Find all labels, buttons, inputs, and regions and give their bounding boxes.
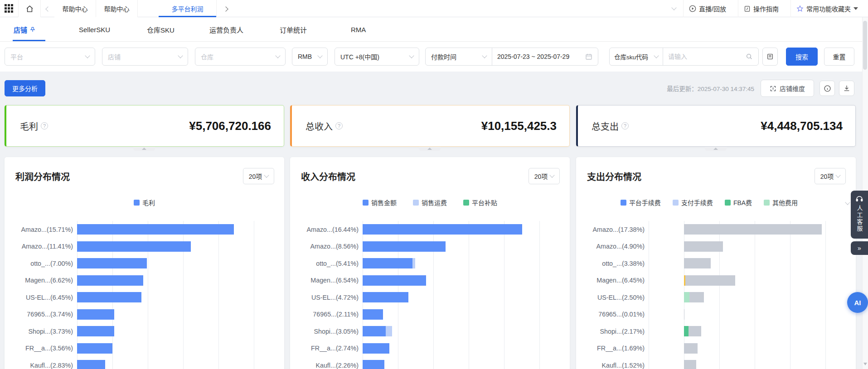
- bar-stack[interactable]: [363, 241, 446, 252]
- pin-icon[interactable]: [29, 26, 36, 33]
- bar-stack[interactable]: [77, 309, 114, 320]
- kpi-expand-caret[interactable]: [133, 147, 155, 151]
- bar-stack[interactable]: [77, 292, 141, 302]
- guide-doc-icon: [744, 5, 751, 12]
- bar-stack[interactable]: [684, 224, 822, 235]
- bar-stack[interactable]: [684, 326, 701, 336]
- legend-item[interactable]: 销售运费: [413, 198, 447, 207]
- bar-segment: [77, 241, 191, 252]
- download-button[interactable]: [839, 81, 854, 96]
- collapse-chevron-icon[interactable]: [671, 5, 676, 10]
- bar-stack[interactable]: [363, 224, 522, 235]
- tab-scroll-right-icon[interactable]: [223, 6, 228, 11]
- keyword-input[interactable]: [668, 53, 732, 60]
- legend-item[interactable]: 其他费用: [764, 198, 798, 207]
- bar-stack[interactable]: [77, 224, 234, 235]
- bar-plot: [649, 272, 848, 289]
- guide-button[interactable]: 操作指南: [738, 0, 784, 17]
- bar-stack[interactable]: [363, 309, 383, 320]
- kpi-label: 总收入 ?: [305, 120, 343, 133]
- favorites-button[interactable]: 常用功能收藏夹: [790, 0, 863, 17]
- bar-stack[interactable]: [77, 241, 191, 252]
- bar-stack[interactable]: [77, 275, 143, 286]
- bar-segment: [77, 224, 234, 235]
- chevron-down-icon: [178, 53, 183, 58]
- question-circle-icon[interactable]: ?: [621, 122, 629, 129]
- tab-label: SellerSKU: [79, 26, 110, 34]
- tab-scroll-left-icon[interactable]: [45, 6, 50, 11]
- platform-select[interactable]: 平台: [5, 48, 95, 66]
- bar-stack[interactable]: [684, 258, 711, 268]
- search-icon[interactable]: [746, 53, 753, 60]
- items-count-dropdown[interactable]: 20项: [529, 168, 560, 184]
- chart-rows: Amazo...(16.44%)Amazo...(8.56%)otto_...(…: [290, 221, 570, 369]
- scrollbar-down-arrow[interactable]: [863, 363, 867, 365]
- time-type-select[interactable]: 付款时间: [426, 48, 492, 65]
- question-circle-icon[interactable]: ?: [41, 122, 48, 129]
- tab-warehouse-sku[interactable]: 仓库SKU: [147, 17, 175, 42]
- bar-stack[interactable]: [363, 343, 389, 354]
- reset-button[interactable]: 重置: [824, 48, 854, 66]
- tab-help-center-2[interactable]: 帮助中心: [96, 0, 138, 17]
- kpi-expand-caret[interactable]: [705, 147, 727, 151]
- legend-item[interactable]: 平台补贴: [463, 198, 497, 207]
- tab-shop[interactable]: 店铺: [14, 17, 36, 42]
- timezone-select[interactable]: UTC +8(中国): [335, 48, 419, 66]
- ai-assistant-button[interactable]: AI: [847, 292, 868, 313]
- sku-type-select[interactable]: 仓库sku代码: [610, 48, 663, 65]
- legend-item[interactable]: 毛利: [134, 198, 155, 207]
- tab-order-stats[interactable]: 订单统计: [280, 17, 307, 42]
- customer-service-button[interactable]: 人工客服: [851, 191, 868, 239]
- tab-help-center-1[interactable]: 帮助中心: [54, 0, 96, 17]
- bar-stack[interactable]: [77, 258, 147, 268]
- bar-stack[interactable]: [77, 360, 105, 369]
- question-circle-icon[interactable]: ?: [335, 122, 343, 129]
- kpi-label: 毛利 ?: [20, 120, 48, 133]
- legend-collapse-chevron-icon[interactable]: [846, 198, 849, 206]
- bar-label: Amazo...(4.90%): [576, 243, 649, 250]
- bar-stack[interactable]: [684, 343, 698, 354]
- bar-stack[interactable]: [684, 360, 696, 369]
- dimension-switch-button[interactable]: 店铺维度: [761, 80, 814, 97]
- info-button[interactable]: [820, 81, 835, 96]
- bar-segment: [77, 258, 147, 268]
- chart-rows: Amazo...(15.71%)Amazo...(11.41%)otto_...…: [5, 221, 284, 369]
- revenue-distribution-panel: 收入分布情况 20项 销售金额销售运费平台补贴 Amazo...(16.44%)…: [290, 157, 570, 369]
- shop-select[interactable]: 店铺: [102, 48, 188, 66]
- bar-stack[interactable]: [684, 292, 704, 302]
- home-tab[interactable]: [18, 0, 41, 17]
- items-count-dropdown[interactable]: 20项: [815, 168, 846, 184]
- legend-item[interactable]: 销售金额: [363, 198, 397, 207]
- bar-stack[interactable]: [363, 360, 384, 369]
- date-range-picker[interactable]: 2025-07-23 ~ 2025-07-29: [492, 48, 598, 65]
- more-analysis-button[interactable]: 更多分析: [5, 80, 45, 96]
- legend-item[interactable]: FBA费: [725, 198, 752, 207]
- legend-item[interactable]: 支付手续费: [673, 198, 713, 207]
- currency-select[interactable]: RMB: [292, 48, 328, 66]
- tab-sellersku[interactable]: SellerSKU: [79, 17, 110, 42]
- vertical-scrollbar-thumb[interactable]: [863, 21, 867, 70]
- top-tab-bar: 帮助中心 帮助中心 多平台利润 直播/回放 操作指南 常用功能收藏夹: [0, 0, 868, 17]
- bar-stack[interactable]: [684, 275, 735, 286]
- bar-segment: [684, 258, 711, 268]
- kpi-expand-caret[interactable]: [419, 147, 441, 151]
- bar-stack[interactable]: [363, 326, 392, 336]
- bar-segment: [363, 241, 446, 252]
- tab-multi-platform-profit[interactable]: 多平台利润: [159, 0, 217, 17]
- warehouse-select[interactable]: 仓库: [195, 48, 286, 66]
- collapse-service-button[interactable]: »: [851, 241, 868, 255]
- legend-item[interactable]: 平台手续费: [621, 198, 661, 207]
- app-grid-menu-icon[interactable]: [5, 4, 14, 13]
- tab-rma[interactable]: RMA: [351, 17, 366, 42]
- items-count-dropdown[interactable]: 20项: [243, 168, 274, 184]
- bar-stack[interactable]: [77, 326, 114, 336]
- bar-stack[interactable]: [363, 292, 408, 302]
- live-replay-button[interactable]: 直播/回放: [683, 0, 732, 17]
- bar-stack[interactable]: [363, 275, 426, 286]
- search-button[interactable]: 搜索: [786, 48, 818, 66]
- bar-stack[interactable]: [77, 343, 112, 354]
- bar-stack[interactable]: [363, 258, 415, 268]
- bar-stack[interactable]: [684, 241, 723, 252]
- tab-operation-manager[interactable]: 运营负责人: [209, 17, 243, 42]
- batch-input-button[interactable]: [762, 48, 778, 66]
